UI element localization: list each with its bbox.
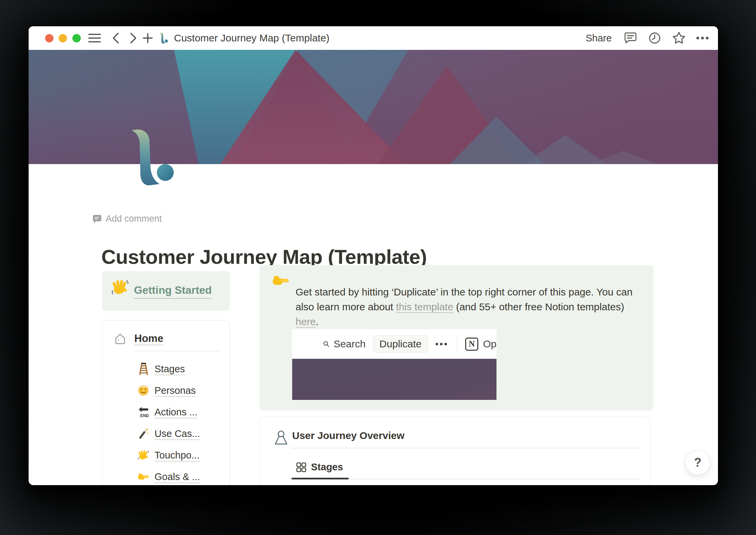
here-link[interactable]: here	[296, 316, 316, 327]
screenshot-search-label: Search	[334, 338, 366, 350]
screenshot-open-label: Op	[483, 338, 496, 350]
more-icon[interactable]	[695, 26, 710, 50]
end-arrow-emoji-icon: END	[138, 405, 149, 419]
sidebar-item-touchpoints[interactable]: Touchpo...	[138, 448, 200, 463]
help-button[interactable]: ?	[685, 450, 710, 475]
gallery-grid-icon	[296, 462, 306, 472]
sidebar-item-personas[interactable]: Personas	[138, 383, 196, 398]
comments-icon[interactable]	[624, 26, 637, 50]
sidebar-item-use-cases[interactable]: Use Cas...	[138, 426, 200, 441]
back-icon[interactable]	[111, 26, 121, 50]
screenshot-more-icon: •••	[435, 339, 448, 349]
comment-bubble-icon	[93, 214, 102, 223]
window-title: Customer Journey Map (Template)	[174, 26, 330, 50]
waving-hand-emoji-icon	[138, 448, 149, 462]
magic-wand-emoji-icon	[138, 427, 149, 440]
share-button[interactable]: Share	[586, 26, 612, 50]
screenshot-duplicate-button: Duplicate	[373, 335, 428, 353]
sidebar-item-actions[interactable]: END Actions ...	[138, 405, 197, 419]
forward-icon[interactable]	[128, 26, 138, 50]
divider	[291, 448, 640, 448]
titlebar: Customer Journey Map (Template) Share	[29, 26, 718, 50]
callout-text-part: .	[316, 316, 318, 327]
notion-logo-icon: N	[465, 338, 478, 351]
getting-started-callout: Getting Started	[102, 271, 230, 311]
overview-title: User Journey Overview	[292, 430, 405, 441]
page-favicon-logo	[159, 26, 169, 50]
this-template-link[interactable]: this template	[396, 301, 453, 312]
getting-started-link[interactable]: Getting Started	[134, 284, 212, 299]
callout-text: Get started by hitting ‘Duplicate’ in th…	[296, 285, 646, 329]
add-comment-label: Add comment	[106, 214, 162, 224]
menu-icon[interactable]	[88, 26, 101, 50]
zoom-window-button[interactable]	[72, 34, 81, 42]
svg-text:END: END	[140, 413, 149, 418]
add-comment-button[interactable]: Add comment	[93, 214, 162, 224]
divider	[457, 337, 457, 351]
divider	[134, 351, 221, 351]
ladder-emoji-icon	[138, 362, 149, 376]
sidebar-item-home[interactable]: Home	[134, 333, 163, 345]
waving-hand-emoji-icon	[111, 279, 129, 296]
new-tab-icon[interactable]	[142, 26, 153, 50]
tab-stages[interactable]: Stages	[296, 462, 343, 473]
pointing-right-emoji-icon	[138, 470, 149, 483]
search-icon	[323, 340, 330, 348]
duplicate-tutorial-screenshot: Search Duplicate ••• N Op	[292, 329, 496, 400]
app-window: Customer Journey Map (Template) Share	[29, 26, 718, 485]
page-icon-logo[interactable]	[131, 127, 176, 187]
home-navigation-card: Home Stages	[102, 320, 230, 485]
active-tab-indicator	[291, 478, 349, 479]
duplicate-instructions-callout: Get started by hitting ‘Duplicate’ in th…	[260, 265, 653, 410]
favorite-star-icon[interactable]	[672, 26, 686, 50]
callout-text-part: (and 55+ other free Notion templates)	[453, 301, 627, 312]
screenshot-purple-banner	[292, 359, 496, 400]
sidebar-item-goals[interactable]: Goals & ...	[138, 469, 200, 484]
minimize-window-button[interactable]	[59, 34, 67, 42]
smiley-emoji-icon	[138, 384, 149, 397]
person-triangle-icon	[274, 430, 288, 445]
history-icon[interactable]	[648, 26, 661, 50]
pointing-right-emoji-icon	[272, 274, 289, 287]
close-window-button[interactable]	[45, 34, 54, 42]
home-icon	[114, 333, 126, 345]
user-journey-overview-card: User Journey Overview Stages	[260, 417, 650, 485]
sidebar-item-stages[interactable]: Stages	[138, 361, 185, 376]
